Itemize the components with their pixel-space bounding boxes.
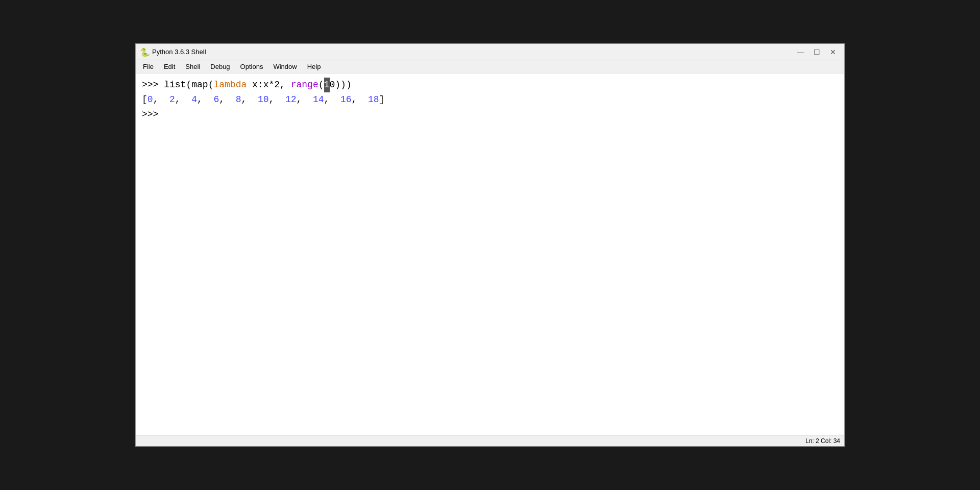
status-bar: Ln: 2 Col: 34 (136, 435, 844, 446)
python-shell-window: 🐍 Python 3.6.3 Shell — ☐ ✕ File Edit She… (135, 43, 845, 447)
code-range-close: 0))) (330, 80, 352, 90)
new-prompt-line: >>> (142, 107, 838, 122)
menu-window[interactable]: Window (268, 62, 302, 71)
keyword-lambda: lambda (213, 80, 247, 90)
menu-options[interactable]: Options (235, 62, 268, 71)
menu-help[interactable]: Help (302, 62, 326, 71)
title-bar-left: 🐍 Python 3.6.3 Shell (140, 47, 206, 57)
result-16: 16 (340, 94, 352, 105)
result-0: 0 (148, 94, 153, 105)
code-list-open: list(map( (164, 80, 213, 90)
result-line: [0, 2, 4, 6, 8, 10, 12, 14, 16, 18] (142, 92, 838, 107)
status-text: Ln: 2 Col: 34 (805, 437, 840, 445)
code-lambda-body: x:x*2, (247, 80, 290, 90)
window-controls: — ☐ ✕ (793, 46, 840, 58)
maximize-button[interactable]: ☐ (810, 46, 824, 58)
prompt-arrow-3: >>> (142, 109, 164, 119)
result-14: 14 (313, 94, 324, 105)
code-range-open: ( (318, 80, 324, 90)
menu-shell[interactable]: Shell (180, 62, 205, 71)
result-4: 4 (191, 94, 197, 105)
result-12: 12 (285, 94, 297, 105)
result-18: 18 (368, 94, 379, 105)
result-2: 2 (169, 94, 175, 105)
result-10: 10 (258, 94, 269, 105)
minimize-button[interactable]: — (793, 46, 807, 58)
close-button[interactable]: ✕ (826, 46, 840, 58)
menu-bar: File Edit Shell Debug Options Window Hel… (136, 60, 844, 74)
menu-file[interactable]: File (138, 62, 159, 71)
menu-edit[interactable]: Edit (159, 62, 180, 71)
cursor: 1 (324, 78, 330, 92)
menu-debug[interactable]: Debug (205, 62, 235, 71)
command-line: >>> list(map(lambda x:x*2, range(10))) (142, 78, 838, 92)
prompt-arrow-1: >>> (142, 80, 164, 90)
keyword-range: range (291, 80, 318, 90)
title-bar: 🐍 Python 3.6.3 Shell — ☐ ✕ (136, 44, 844, 60)
window-title: Python 3.6.3 Shell (152, 48, 206, 56)
result-8: 8 (236, 94, 241, 105)
shell-output[interactable]: >>> list(map(lambda x:x*2, range(10))) [… (136, 74, 844, 435)
result-6: 6 (213, 94, 219, 105)
python-icon: 🐍 (140, 47, 149, 57)
